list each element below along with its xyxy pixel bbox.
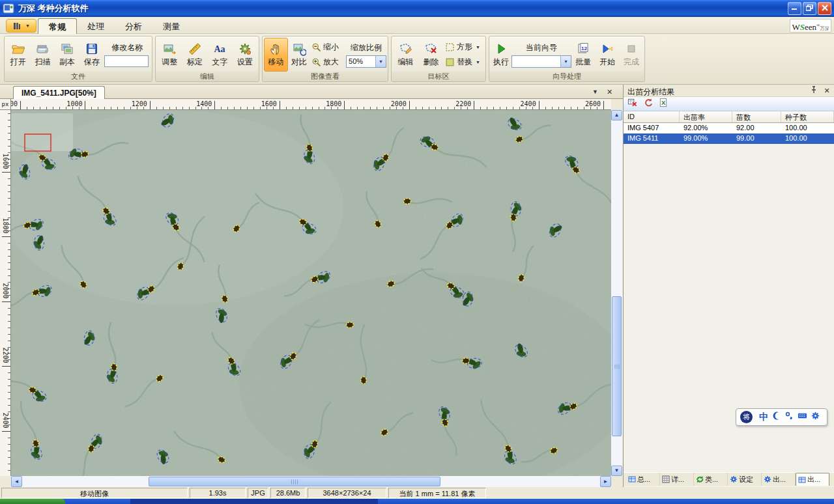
tab-analyze[interactable]: 分析 [115,18,152,34]
gear-icon [764,475,771,483]
column-header-seeds[interactable]: 种子数 [781,111,834,122]
ime-language-bar[interactable]: 将 中 [736,408,827,426]
close-panel-icon[interactable]: ✕ [822,86,831,95]
ime-fullwidth-moon-icon[interactable] [771,411,781,423]
horizontal-scrollbar[interactable]: ◄ ► [11,476,611,487]
minimize-button[interactable] [788,2,801,15]
tab-general[interactable]: 常规 [38,18,77,34]
target-edit-button[interactable]: 编辑 [393,38,418,72]
chevron-down-icon[interactable]: ▼ [375,56,386,67]
export-excel-icon: X [659,98,669,107]
undo-button[interactable] [643,98,653,110]
results-bottom-tab[interactable]: 出... [762,473,796,486]
move-button[interactable]: 移动 [264,38,288,72]
window-title: 万深 考种分析软件 [18,3,89,14]
application-window: 万深 考种分析软件 ▼ 常规 处理 分析 测量 WSeen®万深 [0,0,834,504]
save-button[interactable]: 保存 [79,38,104,72]
close-document-icon[interactable]: ✕ [604,87,615,97]
h-ruler-tick [286,107,287,109]
vertical-scrollbar[interactable]: ▲ ▼ [611,110,622,476]
scroll-up-icon[interactable]: ▲ [611,110,622,120]
document-tab-bar: IMG_5411.JPG[50%] ▼ ✕ [0,85,623,99]
chevron-down-icon[interactable]: ▼ [476,45,480,49]
document-tab[interactable]: IMG_5411.JPG[50%] [13,86,105,99]
ime-settings-icon[interactable] [811,411,820,423]
start-button[interactable] [0,499,65,504]
results-bottom-tab[interactable]: 详... [660,473,694,486]
group-label-file: 文件 [5,72,152,81]
status-time: 1.93s [190,488,246,498]
ime-logo-icon[interactable]: 将 [740,411,753,423]
open-button[interactable]: 打开 [6,38,31,72]
h-ruler-label: 1000 [55,100,82,107]
close-button[interactable] [818,2,831,15]
ime-keyboard-icon[interactable] [798,411,807,423]
start-button[interactable]: 开始 [596,38,620,72]
h-ruler-label: 2200 [444,100,471,107]
results-bottom-tab[interactable]: 类... [694,473,728,486]
table-row[interactable]: IMG 541199.00%99.00100.00 [624,133,834,144]
results-bottom-tab[interactable]: 总... [626,473,660,486]
batch-button[interactable]: 12 批量 [571,38,596,72]
delete-region-icon [424,42,439,56]
text-button[interactable]: Aa 文字 [207,38,233,72]
duplicate-button[interactable]: 副本 [55,38,79,72]
tab-list-dropdown-icon[interactable]: ▼ [590,87,601,97]
restore-button[interactable] [803,2,816,15]
calibrate-button[interactable]: 标定 [182,38,208,72]
refresh-icon [696,475,704,483]
h-ruler-tick [416,107,416,109]
horizontal-scroll-thumb[interactable] [149,477,440,486]
scroll-down-icon[interactable]: ▼ [611,466,622,476]
seed-image[interactable] [11,110,611,476]
h-ruler-tick [312,107,313,109]
image-canvas[interactable] [11,110,611,476]
edit-region-icon [399,42,413,56]
vertical-scroll-thumb[interactable] [612,296,622,436]
table-row[interactable]: IMG 540792.00%92.00100.00 [624,123,834,133]
target-delete-button[interactable]: 删除 [418,38,444,72]
hand-icon [268,42,283,56]
run-button[interactable]: 执行 [491,38,511,72]
tab-process[interactable]: 处理 [77,18,115,34]
application-menu-button[interactable]: ▼ [6,19,36,33]
current-wizard-combobox[interactable]: ▼ [511,55,571,68]
zoom-in-button[interactable]: 放大 [310,56,346,69]
tab-measure[interactable]: 测量 [152,18,190,34]
pin-icon[interactable] [809,86,818,95]
h-ruler-tick [558,107,559,109]
export-excel-button[interactable]: X [659,98,669,110]
h-ruler-tick [299,107,300,109]
column-header-rate[interactable]: 出苗率 [680,111,732,122]
contrast-button[interactable]: 对比 [288,38,311,72]
delete-record-button[interactable] [627,98,637,110]
results-table: ID 出苗率 苗数 种子数 IMG 540792.00%92.00100.00I… [624,111,834,144]
h-ruler-tick [163,107,164,109]
column-header-count[interactable]: 苗数 [732,111,781,122]
horizontal-ruler: 800100012001400160018002000220024002600 [11,99,611,110]
adjust-button[interactable]: 调整 [157,38,182,72]
scrollbar-corner [611,476,623,487]
zoom-scale-combobox[interactable]: 50% ▼ [346,55,386,68]
ime-mode-chinese[interactable]: 中 [759,412,768,423]
settings-button[interactable]: 设置 [233,38,258,72]
chevron-down-icon[interactable]: ▼ [560,56,571,67]
results-bottom-tab[interactable]: 出... [796,473,829,486]
column-header-id[interactable]: ID [624,111,680,122]
scan-button[interactable]: 扫描 [31,38,55,72]
chevron-down-icon[interactable]: ▼ [476,60,480,64]
scroll-left-icon[interactable]: ◄ [11,476,22,487]
shape-square-button[interactable]: 方形 ▼ [444,41,483,54]
rename-input[interactable] [104,55,149,67]
scroll-right-icon[interactable]: ► [600,476,611,487]
ime-punctuation-icon[interactable] [784,411,794,423]
h-ruler-tick [357,107,358,109]
results-bottom-tab[interactable]: 设定 [728,473,762,486]
h-ruler-tick [111,107,111,109]
h-ruler-tick [221,107,222,109]
replace-button[interactable]: 替换 ▼ [444,56,483,69]
zoom-out-button[interactable]: 缩小 [310,41,346,54]
status-filesize: 28.6Mb [270,488,306,498]
taskbar-button[interactable] [130,499,378,504]
status-bar: 移动图像 1.93s JPG 28.6Mb 3648×2736×24 当前 1 … [0,487,834,499]
